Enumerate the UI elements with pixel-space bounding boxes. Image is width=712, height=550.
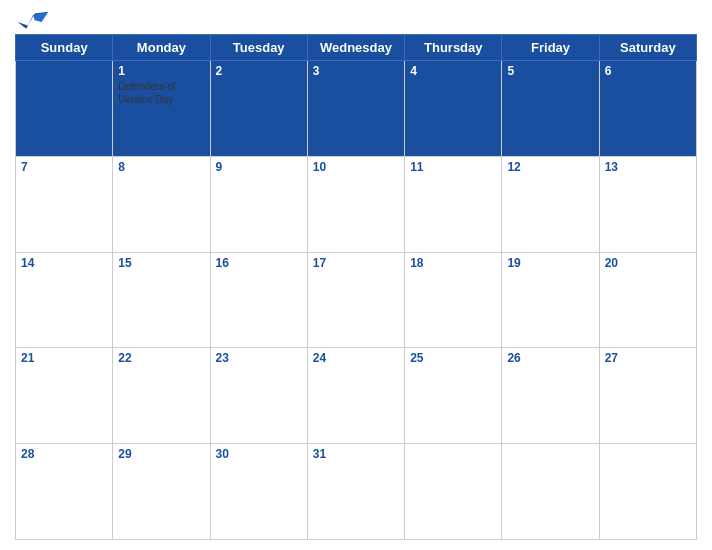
calendar-cell: 18 bbox=[405, 252, 502, 348]
calendar-cell: 2 bbox=[210, 61, 307, 157]
day-number: 9 bbox=[216, 160, 302, 174]
day-number: 17 bbox=[313, 256, 399, 270]
logo-icon bbox=[15, 10, 51, 34]
calendar-cell: 27 bbox=[599, 348, 696, 444]
calendar-cell: 17 bbox=[307, 252, 404, 348]
calendar-cell: 31 bbox=[307, 444, 404, 540]
calendar-cell: 11 bbox=[405, 156, 502, 252]
calendar-cell bbox=[405, 444, 502, 540]
weekday-header-sunday: Sunday bbox=[16, 35, 113, 61]
holiday-label: Defenders of Ukraine Day bbox=[118, 80, 204, 106]
day-number: 11 bbox=[410, 160, 496, 174]
day-number: 24 bbox=[313, 351, 399, 365]
day-number: 27 bbox=[605, 351, 691, 365]
week-row-2: 78910111213 bbox=[16, 156, 697, 252]
calendar-cell: 24 bbox=[307, 348, 404, 444]
weekday-header-saturday: Saturday bbox=[599, 35, 696, 61]
calendar-cell: 5 bbox=[502, 61, 599, 157]
day-number: 23 bbox=[216, 351, 302, 365]
calendar-cell: 7 bbox=[16, 156, 113, 252]
calendar-cell: 8 bbox=[113, 156, 210, 252]
week-row-4: 21222324252627 bbox=[16, 348, 697, 444]
day-number: 13 bbox=[605, 160, 691, 174]
day-number: 5 bbox=[507, 64, 593, 78]
logo bbox=[15, 10, 51, 30]
day-number: 21 bbox=[21, 351, 107, 365]
day-number: 29 bbox=[118, 447, 204, 461]
weekday-header-tuesday: Tuesday bbox=[210, 35, 307, 61]
calendar-cell: 21 bbox=[16, 348, 113, 444]
day-number: 16 bbox=[216, 256, 302, 270]
day-number: 18 bbox=[410, 256, 496, 270]
calendar-cell bbox=[16, 61, 113, 157]
day-number: 15 bbox=[118, 256, 204, 270]
day-number: 7 bbox=[21, 160, 107, 174]
week-row-3: 14151617181920 bbox=[16, 252, 697, 348]
calendar-cell: 4 bbox=[405, 61, 502, 157]
week-row-1: 1Defenders of Ukraine Day23456 bbox=[16, 61, 697, 157]
day-number: 8 bbox=[118, 160, 204, 174]
calendar-cell: 9 bbox=[210, 156, 307, 252]
calendar-cell: 25 bbox=[405, 348, 502, 444]
day-number: 19 bbox=[507, 256, 593, 270]
weekday-header-friday: Friday bbox=[502, 35, 599, 61]
day-number: 2 bbox=[216, 64, 302, 78]
calendar-table: SundayMondayTuesdayWednesdayThursdayFrid… bbox=[15, 34, 697, 540]
calendar-cell: 26 bbox=[502, 348, 599, 444]
day-number: 14 bbox=[21, 256, 107, 270]
calendar-cell: 1Defenders of Ukraine Day bbox=[113, 61, 210, 157]
day-number: 26 bbox=[507, 351, 593, 365]
calendar-cell: 29 bbox=[113, 444, 210, 540]
day-number: 12 bbox=[507, 160, 593, 174]
weekday-header-wednesday: Wednesday bbox=[307, 35, 404, 61]
calendar-cell: 20 bbox=[599, 252, 696, 348]
day-number: 10 bbox=[313, 160, 399, 174]
calendar-cell: 28 bbox=[16, 444, 113, 540]
day-number: 6 bbox=[605, 64, 691, 78]
day-number: 4 bbox=[410, 64, 496, 78]
calendar-cell: 23 bbox=[210, 348, 307, 444]
calendar-cell: 22 bbox=[113, 348, 210, 444]
calendar-header bbox=[15, 10, 697, 30]
calendar-cell: 13 bbox=[599, 156, 696, 252]
weekday-header-thursday: Thursday bbox=[405, 35, 502, 61]
day-number: 28 bbox=[21, 447, 107, 461]
day-number: 20 bbox=[605, 256, 691, 270]
weekday-header-row: SundayMondayTuesdayWednesdayThursdayFrid… bbox=[16, 35, 697, 61]
calendar-cell: 14 bbox=[16, 252, 113, 348]
day-number: 1 bbox=[118, 64, 204, 78]
calendar-cell: 19 bbox=[502, 252, 599, 348]
day-number: 22 bbox=[118, 351, 204, 365]
calendar-cell bbox=[502, 444, 599, 540]
calendar-cell: 15 bbox=[113, 252, 210, 348]
weekday-header-monday: Monday bbox=[113, 35, 210, 61]
calendar-cell: 30 bbox=[210, 444, 307, 540]
week-row-5: 28293031 bbox=[16, 444, 697, 540]
day-number: 25 bbox=[410, 351, 496, 365]
day-number: 31 bbox=[313, 447, 399, 461]
calendar-cell: 12 bbox=[502, 156, 599, 252]
calendar-cell bbox=[599, 444, 696, 540]
calendar-cell: 10 bbox=[307, 156, 404, 252]
calendar-cell: 6 bbox=[599, 61, 696, 157]
day-number: 3 bbox=[313, 64, 399, 78]
calendar-cell: 3 bbox=[307, 61, 404, 157]
calendar-cell: 16 bbox=[210, 252, 307, 348]
day-number: 30 bbox=[216, 447, 302, 461]
